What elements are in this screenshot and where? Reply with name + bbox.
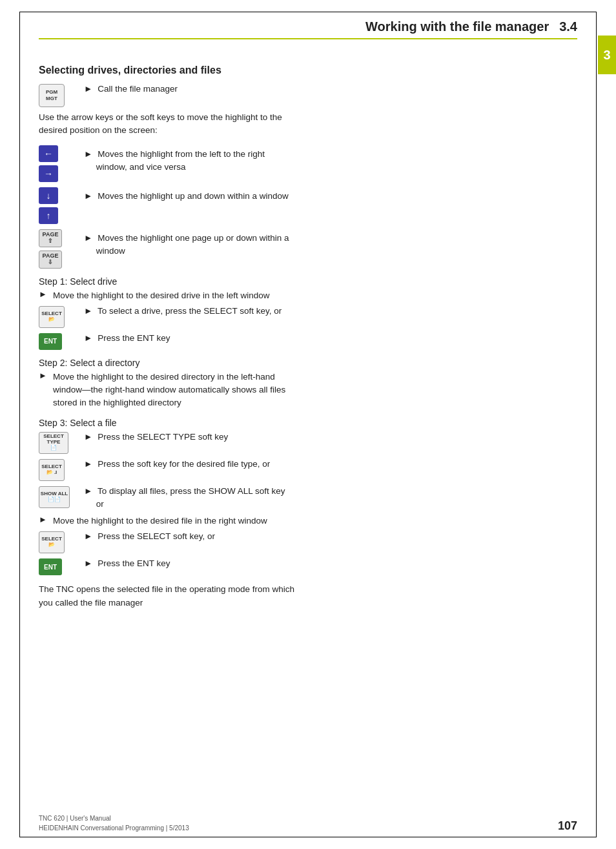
select-i-key[interactable]: SELECT📂 .I: [39, 459, 65, 481]
bullet-arrow-icon: ►: [39, 371, 48, 380]
ent-key-step3[interactable]: ENT: [39, 558, 62, 575]
header-section: 3.4: [559, 19, 577, 34]
pgm-mgt-key[interactable]: PGMMGT: [39, 84, 65, 107]
step1-label: Step 1: Select drive: [39, 276, 577, 287]
step3-bullet5-desc: ► Press the SELECT soft key, or: [84, 530, 577, 543]
step2-bullet1-row: ► Move the highlight to the desired dire…: [39, 371, 577, 410]
step3-label: Step 3: Select a file: [39, 418, 577, 428]
chapter-tab: 3: [598, 36, 616, 74]
page-up-label: PAGE⇧: [43, 232, 59, 245]
footer-line1: TNC 620 | User's Manual: [39, 813, 189, 823]
page-footer: TNC 620 | User's Manual HEIDENHAIN Conve…: [39, 813, 577, 833]
arrow-bullet: ►: [84, 530, 92, 543]
step1-bullet3-text: Press the ENT key: [98, 333, 170, 343]
step3-bullet4-text: Move the highlight to the desired file i…: [53, 515, 267, 527]
step3-ent-row: ENT ► Press the ENT key: [39, 557, 577, 575]
step1-select-key-cell: SELECT📂: [39, 305, 84, 328]
step3-bullet2-desc: ► Press the soft key for the desired fil…: [84, 458, 577, 471]
show-all-key[interactable]: SHOW ALL📄📄: [39, 486, 70, 508]
step1-select-desc: ► To select a drive, press the SELECT so…: [84, 305, 577, 318]
arrow-bullet: ►: [84, 305, 92, 318]
step3-select-row: SELECT📂 ► Press the SELECT soft key, or: [39, 530, 577, 553]
select-i-label: SELECT📂 .I: [41, 464, 62, 476]
step3-desc-text: Select a file: [70, 418, 116, 428]
bullet-arrow-icon: ►: [39, 515, 48, 524]
arrow-lr-row: ← → ► Moves the highlight from the left …: [39, 144, 577, 182]
page-ud-text: Moves the highlight one page up or down …: [84, 233, 289, 256]
page-down-label: PAGE⇩: [43, 253, 59, 266]
page-ud-key-cell: PAGE⇧ PAGE⇩: [39, 228, 84, 269]
step3-select-type-key-cell: SELECTTYPE📄: [39, 431, 84, 454]
step1-desc: Select drive: [70, 276, 117, 287]
step2-bullet1-text: Move the highlight to the desired direct…: [53, 371, 285, 410]
select-step3-label: SELECT📂: [41, 537, 62, 548]
step2-desc-text: Select a directory: [70, 358, 139, 368]
show-all-label: SHOW ALL📄📄: [41, 491, 68, 503]
arrow-ud-text: Moves the highlight up and down within a…: [98, 191, 289, 201]
pgm-mgt-label: PGMMGT: [46, 89, 57, 101]
page-ud-row: PAGE⇧ PAGE⇩ ► Moves the highlight one pa…: [39, 228, 577, 269]
bullet-arrow-icon: ►: [39, 289, 48, 299]
step3-bullet1-desc: ► Press the SELECT TYPE soft key: [84, 431, 577, 444]
call-file-manager-text: Call the file manager: [98, 84, 178, 94]
arrow-bullet: ►: [84, 485, 92, 498]
arrow-ud-desc: ► Moves the highlight up and down within…: [84, 186, 577, 203]
arrow-down-key[interactable]: ↓: [39, 187, 58, 204]
ent-label: ENT: [44, 564, 57, 571]
step3-bullet3-desc: ► To display all files, press the SHOW A…: [84, 485, 577, 511]
footer-left: TNC 620 | User's Manual HEIDENHAIN Conve…: [39, 813, 189, 833]
step2-label: Step 2: Select a directory: [39, 358, 577, 368]
section-title: Selecting drives, directories and files: [39, 65, 577, 76]
header-title: Working with the file manager: [365, 19, 549, 34]
arrow-right-key[interactable]: →: [39, 165, 58, 182]
arrow-lr-key-cell: ← →: [39, 144, 84, 182]
arrow-lr-text: Moves the highlight from the left to the…: [84, 149, 265, 172]
step3-label-bold: Step 3:: [39, 418, 67, 428]
arrow-bullet: ►: [84, 332, 92, 345]
page-header: Working with the file manager 3.4: [39, 19, 577, 39]
page-ud-desc: ► Moves the highlight one page up or dow…: [84, 228, 577, 258]
step3-bullet1-text: Press the SELECT TYPE soft key: [98, 432, 228, 442]
step3-select-type-row: SELECTTYPE📄 ► Press the SELECT TYPE soft…: [39, 431, 577, 454]
closing-line1: The TNC opens the selected file in the o…: [39, 584, 294, 594]
main-content: Selecting drives, directories and files …: [39, 52, 577, 810]
step1-select-row: SELECT📂 ► To select a drive, press the S…: [39, 305, 577, 328]
step3-bullet2-text: Press the soft key for the desired file …: [98, 459, 270, 469]
ent-key-step1[interactable]: ENT: [39, 333, 62, 350]
ent-label: ENT: [44, 338, 57, 345]
select-label: SELECT📂: [41, 311, 62, 323]
step1-ent-row: ENT ► Press the ENT key: [39, 332, 577, 350]
pgm-mgt-key-cell: PGMMGT: [39, 83, 84, 107]
intro-line2: desired position on the screen:: [39, 125, 158, 135]
arrow-bullet: ►: [84, 83, 92, 96]
intro-text: Use the arrow keys or the soft keys to m…: [39, 111, 577, 138]
step3-select-i-key-cell: SELECT📂 .I: [39, 458, 84, 481]
step3-show-all-key-cell: SHOW ALL📄📄: [39, 485, 84, 508]
pgm-mgt-desc: ► Call the file manager: [84, 83, 577, 96]
step2-label-bold: Step 2:: [39, 358, 67, 368]
arrow-bullet: ►: [84, 190, 92, 203]
step3-bullet5-text: Press the SELECT soft key, or: [98, 531, 215, 541]
step3-bullet6-text: Press the ENT key: [98, 558, 170, 568]
pgm-mgt-row: PGMMGT ► Call the file manager: [39, 83, 577, 107]
footer-line2: HEIDENHAIN Conversational Programming | …: [39, 823, 189, 833]
step1-bullet1-text: Move the highlight to the desired drive …: [53, 289, 269, 302]
step3-select-key-cell: SELECT📂: [39, 530, 84, 553]
page-down-key[interactable]: PAGE⇩: [39, 251, 62, 269]
arrow-bullet: ►: [84, 557, 92, 570]
arrow-left-key[interactable]: ←: [39, 145, 58, 162]
arrow-lr-desc: ► Moves the highlight from the left to t…: [84, 144, 577, 174]
arrow-bullet: ►: [84, 148, 92, 161]
step3-select-i-row: SELECT📂 .I ► Press the soft key for the …: [39, 458, 577, 481]
closing-line2: you called the file manager: [39, 598, 143, 608]
arrow-up-key[interactable]: ↑: [39, 207, 58, 224]
page-up-key[interactable]: PAGE⇧: [39, 229, 62, 247]
closing-text: The TNC opens the selected file in the o…: [39, 583, 577, 609]
select-key-step3[interactable]: SELECT📂: [39, 531, 65, 553]
select-type-key[interactable]: SELECTTYPE📄: [39, 432, 68, 454]
select-key-step1[interactable]: SELECT📂: [39, 306, 65, 328]
arrow-bullet: ►: [84, 458, 92, 471]
arrow-bullet: ►: [84, 431, 92, 444]
step3-ent-key-cell: ENT: [39, 557, 84, 575]
step1-label-bold: Step 1:: [39, 276, 67, 287]
